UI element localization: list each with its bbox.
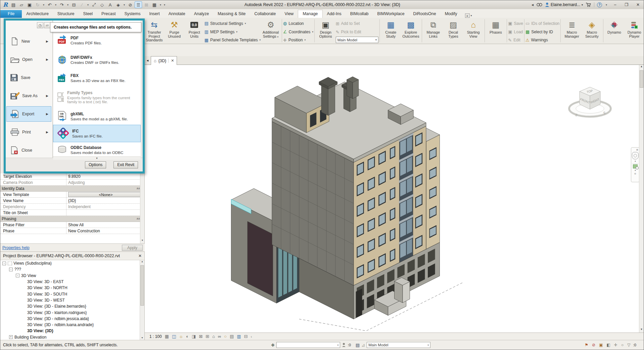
exit-revit-button[interactable]: Exit Revit <box>113 161 138 168</box>
viewcube[interactable]: S E TOP FRONT RIGHT <box>565 81 615 125</box>
visual-style-icon[interactable]: ◫ <box>172 334 176 339</box>
redo-icon[interactable]: ↷ <box>58 1 65 8</box>
filter-icon[interactable]: ▽ <box>627 343 630 347</box>
tree-item-3d-view-group[interactable]: -3D View <box>0 273 144 279</box>
crop-region-icon[interactable]: ⊞ <box>205 334 209 339</box>
macro-manager-button[interactable]: ≣ MacroManager <box>562 18 582 44</box>
select-links-icon[interactable]: ⚑ <box>585 343 588 347</box>
undo-icon[interactable]: ↶ <box>46 1 53 8</box>
tab-insert[interactable]: Insert <box>145 10 164 18</box>
view-tab-3d[interactable]: ⌂ {3D} ✕ <box>151 56 177 65</box>
zoom-tool-icon[interactable] <box>633 164 638 168</box>
close-browser-icon[interactable]: ✕ <box>138 254 142 258</box>
export-option-odbc[interactable]: ODBC DatabaseSaves model data to an ODBC <box>53 143 141 156</box>
viewport-scrollbar[interactable]: ▲ ▼ <box>639 65 644 333</box>
temporary-hide-isolate-icon[interactable]: ∞ <box>218 334 221 339</box>
dynamo-player-button[interactable]: DynamoPlayer <box>624 18 644 44</box>
apply-button[interactable]: Apply <box>122 245 143 251</box>
scroll-up-icon[interactable]: ▲ <box>140 260 144 265</box>
wheel-caret-icon[interactable]: ▾ <box>635 160 636 163</box>
minimize-button[interactable]: – <box>611 2 619 7</box>
menu-item-export[interactable]: Export▶ <box>6 106 51 122</box>
revit-logo-icon[interactable]: R <box>2 1 9 8</box>
ids-of-selection-button[interactable]: ▭IDs of Selection <box>525 20 559 27</box>
recent-documents-icon[interactable]: ◷ <box>37 22 43 28</box>
export-option-gbxml[interactable]: GBXML gbXMLSaves the model as a gbXML fi… <box>53 108 141 125</box>
properties-toggle-icon[interactable]: ▤ <box>10 1 17 8</box>
measure-icon[interactable]: ∕ <box>78 1 86 8</box>
menu-item-save[interactable]: Save <box>6 70 51 85</box>
open-documents-icon[interactable]: ▱ <box>44 22 50 28</box>
target-elevation-value[interactable]: 9.8920 <box>66 173 144 179</box>
scroll-down-icon[interactable]: ▼ <box>140 239 144 243</box>
design-options-status-icon[interactable]: ▤ <box>356 343 360 348</box>
menu-item-open[interactable]: Open▶ <box>6 52 51 67</box>
steering-wheel-icon[interactable] <box>632 152 639 159</box>
tab-analyze[interactable]: Analyze <box>190 10 213 18</box>
tab-modify[interactable]: Modify <box>441 10 462 18</box>
sync-icon[interactable]: ↻ <box>34 1 41 8</box>
select-by-id-button[interactable]: ▩Select by ID <box>525 28 559 36</box>
property-row[interactable]: Phase Filter Show All <box>0 222 144 228</box>
property-row[interactable]: Target Elevation 9.8920 <box>0 173 144 180</box>
view-template-button[interactable]: <None> <box>68 192 143 197</box>
property-row[interactable]: Dependency Independent <box>0 204 144 210</box>
editing-requests-icon[interactable] <box>342 343 346 347</box>
menu-item-print[interactable]: Print▶ <box>6 124 51 140</box>
tab-collaborate[interactable]: Collaborate <box>250 10 280 18</box>
tab-precast[interactable]: Precast <box>97 10 120 18</box>
section-identity-data[interactable]: Identity Data∧∧ <box>0 186 144 192</box>
property-row[interactable]: Camera Position Adjusting <box>0 180 144 186</box>
tab-view[interactable]: View <box>280 10 298 18</box>
lock-3d-view-icon[interactable]: ⌂ <box>212 334 215 339</box>
warnings-button[interactable]: ⚠Warnings <box>525 36 559 44</box>
collapse-section-icon[interactable]: ∧∧ <box>136 217 140 220</box>
design-options-button[interactable]: ▣ DesignOptions <box>316 18 336 44</box>
switch-windows-caret-icon[interactable]: ▾ <box>159 1 162 8</box>
tab-manage[interactable]: Manage <box>298 10 322 18</box>
detail-level-icon[interactable]: ▦ <box>165 334 169 339</box>
macro-security-button[interactable]: ◈ MacroSecurity <box>582 18 602 44</box>
drag-on-selection-icon[interactable]: ✛ <box>614 343 617 347</box>
text-icon[interactable]: A <box>106 1 114 8</box>
property-row[interactable]: Title on Sheet <box>0 210 144 216</box>
view-scale[interactable]: 1 : 100 <box>149 334 162 339</box>
property-row[interactable]: Phase New Construction <box>0 228 144 234</box>
scroll-up-icon[interactable]: ▲ <box>639 65 644 70</box>
scroll-down-icon[interactable]: ▼ <box>639 328 644 333</box>
restore-button[interactable]: ❐ <box>622 2 631 7</box>
worksets-icon[interactable]: ❖ <box>271 343 275 348</box>
tab-add-ins[interactable]: Add-Ins <box>323 10 346 18</box>
tree-item-view[interactable]: 3D View: 3D - SOUTH <box>0 291 144 297</box>
edit-selection-button[interactable]: ✎Edit <box>508 36 523 44</box>
options-button[interactable]: Options <box>85 161 106 168</box>
tree-item-discipline[interactable]: -??? <box>0 266 144 272</box>
tab-architecture[interactable]: Architecture <box>22 10 53 18</box>
mep-settings-button[interactable]: ▥MEP Settings▾ <box>204 28 261 36</box>
aligned-dimension-icon[interactable]: ⤢ <box>90 1 98 8</box>
close-hidden-windows-icon[interactable]: ⊠ <box>143 1 150 8</box>
switch-windows-icon[interactable]: ▦ <box>151 1 158 8</box>
undo-caret-icon[interactable]: ▾ <box>54 1 57 8</box>
view-name-value[interactable]: {3D} <box>66 198 144 203</box>
tab-file[interactable]: File <box>0 10 22 18</box>
browser-scrollbar[interactable]: ▲ ▼ <box>140 260 144 341</box>
rendering-dialog-icon[interactable]: ◨ <box>192 334 196 339</box>
customize-qat-icon[interactable]: ▾ <box>163 1 166 8</box>
collapse-section-icon[interactable]: ∧∧ <box>136 187 140 190</box>
3d-view-icon[interactable]: ◈ <box>114 1 122 8</box>
worksharing-display-icon[interactable]: ▤ <box>230 334 234 339</box>
pick-to-edit-button[interactable]: ✎Pick to Edit <box>336 28 378 36</box>
navbar-minimize-icon[interactable]: ⊖ <box>634 172 636 175</box>
menu-item-save-as[interactable]: Save As▶ <box>6 88 51 104</box>
export-option-family-types[interactable]: Family TypesExports family types from th… <box>53 87 141 107</box>
tree-item-view[interactable]: 3D View: {3D - ndbim.luana.andrade} <box>0 322 144 328</box>
tab-annotate[interactable]: Annotate <box>164 10 190 18</box>
measure-caret-icon[interactable]: ▾ <box>86 1 90 8</box>
purge-unused-button[interactable]: ⚒ PurgeUnused <box>164 18 184 44</box>
tree-item-active-view[interactable]: 3D View: {3D} <box>0 328 144 334</box>
panel-schedule-templates-button[interactable]: ▦Panel Schedule Templates▾ <box>204 36 261 44</box>
open-icon[interactable]: ▱ <box>18 1 25 8</box>
design-option-select[interactable]: Main Model▾ <box>336 37 378 43</box>
load-selection-button[interactable]: ▣Load <box>508 28 523 36</box>
